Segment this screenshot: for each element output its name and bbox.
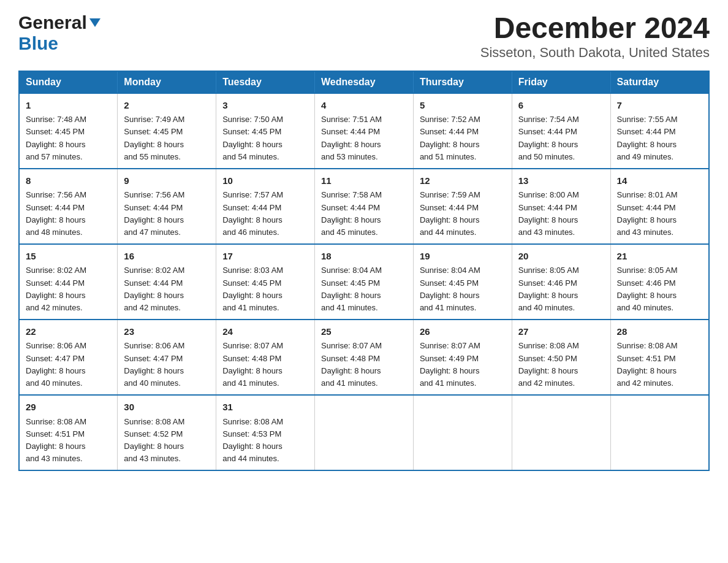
day-number: 15 [26, 250, 111, 264]
week-row-4: 22Sunrise: 8:06 AMSunset: 4:47 PMDayligh… [19, 320, 709, 395]
day-cell [512, 395, 610, 470]
day-cell: 7Sunrise: 7:55 AMSunset: 4:44 PMDaylight… [610, 93, 709, 169]
day-number: 6 [518, 99, 604, 113]
day-cell: 2Sunrise: 7:49 AMSunset: 4:45 PMDaylight… [118, 93, 216, 169]
day-info: Sunrise: 8:01 AMSunset: 4:44 PMDaylight:… [617, 189, 702, 239]
week-row-3: 15Sunrise: 8:02 AMSunset: 4:44 PMDayligh… [19, 244, 709, 320]
day-header-thursday: Thursday [413, 71, 512, 93]
day-cell: 25Sunrise: 8:07 AMSunset: 4:48 PMDayligh… [315, 320, 414, 395]
day-header-saturday: Saturday [610, 71, 709, 93]
day-info: Sunrise: 8:08 AMSunset: 4:50 PMDaylight:… [518, 340, 604, 389]
day-number: 24 [222, 325, 308, 339]
day-cell: 30Sunrise: 8:08 AMSunset: 4:52 PMDayligh… [118, 395, 216, 470]
day-info: Sunrise: 7:48 AMSunset: 4:45 PMDaylight:… [26, 113, 111, 163]
day-number: 9 [124, 174, 210, 188]
title-area: December 2024 Sisseton, South Dakota, Un… [480, 12, 710, 61]
day-number: 20 [518, 250, 604, 264]
day-info: Sunrise: 7:49 AMSunset: 4:45 PMDaylight:… [124, 113, 210, 163]
day-cell: 18Sunrise: 8:04 AMSunset: 4:45 PMDayligh… [315, 244, 414, 320]
day-cell: 23Sunrise: 8:06 AMSunset: 4:47 PMDayligh… [118, 320, 216, 395]
day-cell: 28Sunrise: 8:08 AMSunset: 4:51 PMDayligh… [610, 320, 709, 395]
logo-blue-text: Blue [18, 33, 58, 53]
day-cell: 1Sunrise: 7:48 AMSunset: 4:45 PMDaylight… [19, 93, 118, 169]
day-number: 27 [518, 325, 604, 339]
day-info: Sunrise: 8:08 AMSunset: 4:51 PMDaylight:… [617, 340, 702, 389]
day-cell: 21Sunrise: 8:05 AMSunset: 4:46 PMDayligh… [610, 244, 709, 320]
day-number: 28 [617, 325, 702, 339]
day-cell: 15Sunrise: 8:02 AMSunset: 4:44 PMDayligh… [19, 244, 118, 320]
page-subtitle: Sisseton, South Dakota, United States [480, 45, 710, 61]
day-cell: 8Sunrise: 7:56 AMSunset: 4:44 PMDaylight… [19, 169, 118, 244]
day-number: 23 [124, 325, 210, 339]
calendar-body: 1Sunrise: 7:48 AMSunset: 4:45 PMDaylight… [19, 93, 709, 470]
day-info: Sunrise: 8:07 AMSunset: 4:49 PMDaylight:… [420, 340, 506, 389]
day-info: Sunrise: 8:03 AMSunset: 4:45 PMDaylight:… [222, 264, 308, 314]
day-cell: 31Sunrise: 8:08 AMSunset: 4:53 PMDayligh… [216, 395, 315, 470]
day-info: Sunrise: 7:54 AMSunset: 4:44 PMDaylight:… [518, 113, 604, 163]
day-info: Sunrise: 7:56 AMSunset: 4:44 PMDaylight:… [26, 189, 111, 239]
day-number: 2 [124, 99, 210, 113]
week-row-1: 1Sunrise: 7:48 AMSunset: 4:45 PMDaylight… [19, 93, 709, 169]
day-number: 10 [222, 174, 308, 188]
day-cell: 19Sunrise: 8:04 AMSunset: 4:45 PMDayligh… [413, 244, 512, 320]
day-info: Sunrise: 8:08 AMSunset: 4:52 PMDaylight:… [124, 416, 210, 465]
day-cell: 20Sunrise: 8:05 AMSunset: 4:46 PMDayligh… [512, 244, 610, 320]
day-info: Sunrise: 8:07 AMSunset: 4:48 PMDaylight:… [321, 340, 407, 389]
day-cell: 14Sunrise: 8:01 AMSunset: 4:44 PMDayligh… [610, 169, 709, 244]
day-number: 19 [420, 250, 506, 264]
day-cell: 16Sunrise: 8:02 AMSunset: 4:44 PMDayligh… [118, 244, 216, 320]
day-cell: 29Sunrise: 8:08 AMSunset: 4:51 PMDayligh… [19, 395, 118, 470]
day-cell: 11Sunrise: 7:58 AMSunset: 4:44 PMDayligh… [315, 169, 414, 244]
day-header-friday: Friday [512, 71, 610, 93]
day-info: Sunrise: 8:08 AMSunset: 4:51 PMDaylight:… [26, 416, 111, 465]
logo-general-text: General [18, 12, 87, 33]
day-info: Sunrise: 8:04 AMSunset: 4:45 PMDaylight:… [420, 264, 506, 314]
week-row-5: 29Sunrise: 8:08 AMSunset: 4:51 PMDayligh… [19, 395, 709, 470]
day-info: Sunrise: 7:55 AMSunset: 4:44 PMDaylight:… [617, 113, 702, 163]
week-row-2: 8Sunrise: 7:56 AMSunset: 4:44 PMDaylight… [19, 169, 709, 244]
day-number: 8 [26, 174, 111, 188]
day-cell: 5Sunrise: 7:52 AMSunset: 4:44 PMDaylight… [413, 93, 512, 169]
day-info: Sunrise: 7:57 AMSunset: 4:44 PMDaylight:… [222, 189, 308, 239]
day-info: Sunrise: 8:05 AMSunset: 4:46 PMDaylight:… [518, 264, 604, 314]
day-cell: 10Sunrise: 7:57 AMSunset: 4:44 PMDayligh… [216, 169, 315, 244]
day-header-monday: Monday [118, 71, 216, 93]
day-number: 16 [124, 250, 210, 264]
day-cell: 4Sunrise: 7:51 AMSunset: 4:44 PMDaylight… [315, 93, 414, 169]
day-header-tuesday: Tuesday [216, 71, 315, 93]
page-header: General Blue December 2024 Sisseton, Sou… [18, 12, 710, 61]
day-info: Sunrise: 7:50 AMSunset: 4:45 PMDaylight:… [222, 113, 308, 163]
day-cell: 24Sunrise: 8:07 AMSunset: 4:48 PMDayligh… [216, 320, 315, 395]
day-info: Sunrise: 8:00 AMSunset: 4:44 PMDaylight:… [518, 189, 604, 239]
day-info: Sunrise: 8:06 AMSunset: 4:47 PMDaylight:… [124, 340, 210, 389]
logo: General Blue [18, 12, 100, 54]
day-info: Sunrise: 8:04 AMSunset: 4:45 PMDaylight:… [321, 264, 407, 314]
days-of-week-row: SundayMondayTuesdayWednesdayThursdayFrid… [19, 71, 709, 93]
day-cell: 3Sunrise: 7:50 AMSunset: 4:45 PMDaylight… [216, 93, 315, 169]
day-number: 3 [222, 99, 308, 113]
page-title: December 2024 [480, 12, 710, 45]
day-info: Sunrise: 7:52 AMSunset: 4:44 PMDaylight:… [420, 113, 506, 163]
day-info: Sunrise: 7:56 AMSunset: 4:44 PMDaylight:… [124, 189, 210, 239]
day-number: 5 [420, 99, 506, 113]
day-cell: 6Sunrise: 7:54 AMSunset: 4:44 PMDaylight… [512, 93, 610, 169]
day-info: Sunrise: 8:02 AMSunset: 4:44 PMDaylight:… [124, 264, 210, 314]
day-info: Sunrise: 8:06 AMSunset: 4:47 PMDaylight:… [26, 340, 111, 389]
calendar-table: SundayMondayTuesdayWednesdayThursdayFrid… [18, 71, 710, 471]
day-number: 7 [617, 99, 702, 113]
day-number: 14 [617, 174, 702, 188]
day-cell: 26Sunrise: 8:07 AMSunset: 4:49 PMDayligh… [413, 320, 512, 395]
day-number: 4 [321, 99, 407, 113]
day-cell: 13Sunrise: 8:00 AMSunset: 4:44 PMDayligh… [512, 169, 610, 244]
day-cell: 27Sunrise: 8:08 AMSunset: 4:50 PMDayligh… [512, 320, 610, 395]
day-number: 18 [321, 250, 407, 264]
day-number: 21 [617, 250, 702, 264]
day-info: Sunrise: 7:59 AMSunset: 4:44 PMDaylight:… [420, 189, 506, 239]
day-info: Sunrise: 7:51 AMSunset: 4:44 PMDaylight:… [321, 113, 407, 163]
day-cell [413, 395, 512, 470]
day-number: 13 [518, 174, 604, 188]
day-cell: 12Sunrise: 7:59 AMSunset: 4:44 PMDayligh… [413, 169, 512, 244]
day-header-wednesday: Wednesday [315, 71, 414, 93]
day-info: Sunrise: 8:05 AMSunset: 4:46 PMDaylight:… [617, 264, 702, 314]
day-number: 25 [321, 325, 407, 339]
